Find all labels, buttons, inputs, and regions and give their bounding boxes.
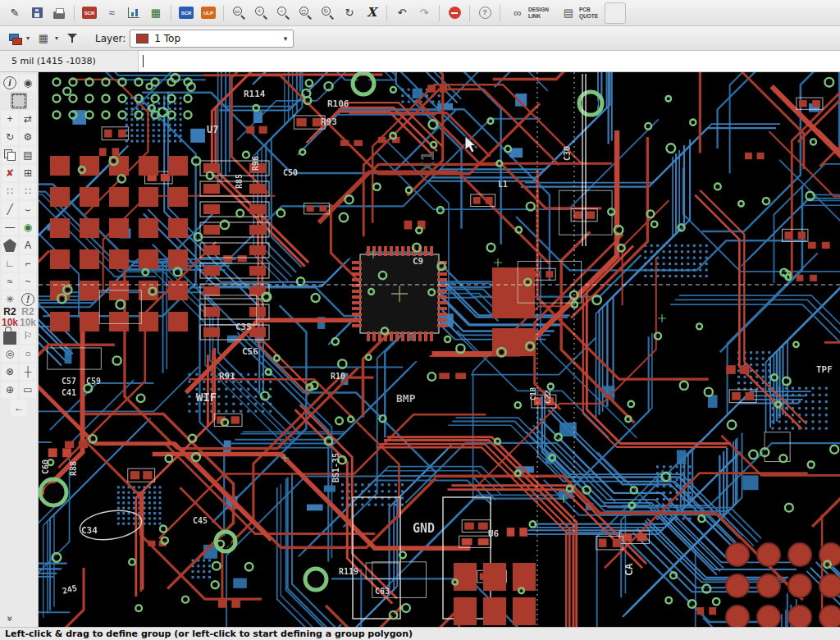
- polygon-tool[interactable]: [2, 237, 18, 254]
- scr-button[interactable]: SCR: [176, 2, 197, 24]
- circle-tool[interactable]: ○: [20, 345, 36, 362]
- simulate-button[interactable]: ≈: [101, 2, 122, 24]
- palette-row: ⊗┼: [2, 363, 36, 380]
- value-tool[interactable]: R210k: [20, 309, 36, 326]
- status-bar: Left-click & drag to define group (or le…: [0, 627, 840, 640]
- layer-select[interactable]: 1 Top ▾: [130, 30, 294, 48]
- zoom-fit-button[interactable]: ▭: [228, 2, 249, 24]
- run-script-button[interactable]: SCR: [79, 2, 100, 24]
- link-icon: ∞: [510, 6, 525, 21]
- palette-row: ▤: [2, 147, 36, 163]
- zoom-redraw-icon-glyph: ↻: [322, 8, 329, 15]
- grid-settings-button[interactable]: ▦: [33, 28, 54, 49]
- print-button[interactable]: [48, 2, 70, 24]
- add-tool[interactable]: ⊞: [20, 165, 36, 181]
- table-button[interactable]: ▦: [145, 2, 167, 24]
- move-tool[interactable]: +: [2, 111, 18, 127]
- mirror-tool[interactable]: ⇄: [20, 111, 36, 127]
- toolbar-separator: [439, 5, 440, 21]
- paste-tool[interactable]: ▤: [20, 147, 36, 163]
- info-icon: i: [3, 76, 16, 89]
- extra-button[interactable]: [605, 2, 626, 24]
- zoom-out-button[interactable]: −: [272, 2, 294, 24]
- via-icon: ◉: [21, 221, 34, 234]
- document-edit-icon: ✎: [7, 6, 22, 21]
- info-tool[interactable]: i: [2, 75, 18, 91]
- meander-tool[interactable]: ~: [20, 273, 36, 290]
- palette-row: [11, 93, 27, 109]
- design-link-button[interactable]: ∞DESIGNLINK: [504, 2, 555, 24]
- label-tool[interactable]: ⚐: [20, 327, 36, 344]
- toolbar-separator: [469, 5, 470, 21]
- cross-icon: ┼: [21, 365, 34, 378]
- rotate-tool[interactable]: ↻: [2, 129, 18, 145]
- redo-button[interactable]: ↷: [413, 2, 435, 24]
- palette-row: ∟⌐: [2, 255, 36, 272]
- signal-icon: ≈: [3, 275, 16, 288]
- via-tool[interactable]: ◉: [20, 219, 36, 235]
- palette-row: ⊕▭: [2, 382, 36, 398]
- signal-tool[interactable]: ≈: [2, 273, 18, 290]
- palette-row: ∷∷: [2, 183, 36, 199]
- chevron-down-icon: ▾: [55, 34, 58, 42]
- mark-tool[interactable]: ┼: [20, 363, 36, 380]
- back-tool[interactable]: ←: [11, 400, 27, 416]
- palette-row: ≈~: [2, 273, 36, 290]
- wire-tool[interactable]: ╱: [2, 201, 18, 217]
- stop-icon: [449, 7, 461, 19]
- wrench-icon: ⚙: [21, 130, 34, 144]
- split-tool[interactable]: ⌐: [20, 255, 36, 272]
- open-button[interactable]: ✎: [4, 2, 25, 24]
- errors-tool[interactable]: !: [20, 291, 36, 308]
- optimize-tool[interactable]: ⊕: [2, 382, 18, 398]
- filter-button[interactable]: [62, 28, 83, 49]
- ratsnest-tool[interactable]: ✳: [2, 291, 18, 308]
- line-tool[interactable]: —: [2, 219, 18, 235]
- show-tool[interactable]: ◉: [20, 75, 36, 91]
- zoom-redraw-button[interactable]: ↻: [317, 2, 338, 24]
- lock-tool[interactable]: [2, 327, 18, 344]
- zoom-in-button[interactable]: +: [250, 2, 272, 24]
- miter-icon: ∟: [3, 257, 16, 270]
- layer-label: Layer:: [95, 33, 126, 44]
- help-button[interactable]: ?: [474, 2, 495, 24]
- delete-icon: ✘: [3, 167, 16, 180]
- name-icon: R210k: [3, 311, 16, 324]
- eye-icon: ◉: [21, 76, 34, 89]
- pcb-canvas[interactable]: [39, 72, 840, 627]
- pcb-quote-button-label: PCBQUOTE: [579, 7, 598, 20]
- delete-tool[interactable]: ✘: [2, 165, 18, 181]
- undo-button[interactable]: ↶: [391, 2, 413, 24]
- chevron-down-icon: ▾: [26, 34, 30, 42]
- stop-button[interactable]: [444, 2, 465, 24]
- script-scr-icon: SCR: [82, 7, 97, 19]
- layer-settings-button[interactable]: [4, 28, 25, 49]
- pcb-quote-button[interactable]: ▤PCBQUOTE: [555, 2, 604, 24]
- ulp-button[interactable]: ULP: [198, 2, 219, 24]
- rect-tool[interactable]: ▭: [20, 382, 36, 398]
- lock-icon: [3, 331, 16, 345]
- command-input[interactable]: [144, 51, 840, 71]
- help-icon: ?: [479, 7, 491, 19]
- quote-icon: ▤: [561, 6, 576, 21]
- hole-tool[interactable]: ◎: [2, 345, 18, 362]
- group-tool[interactable]: [11, 93, 27, 109]
- ximage-button[interactable]: X: [361, 2, 382, 24]
- name-tool[interactable]: R210k: [2, 309, 18, 326]
- text-tool[interactable]: A: [20, 237, 36, 254]
- arc-tool[interactable]: ⌣: [20, 201, 36, 217]
- palette-expand-chevron-icon[interactable]: »: [4, 613, 16, 624]
- miter-tool[interactable]: ∟: [2, 255, 18, 272]
- copy-tool[interactable]: [2, 147, 18, 163]
- chart-button[interactable]: [123, 2, 144, 24]
- refresh-button[interactable]: ↻: [339, 2, 360, 24]
- zoom-select-button[interactable]: ◻: [294, 2, 316, 24]
- change-tool[interactable]: ⚙: [20, 129, 36, 145]
- save-button[interactable]: [26, 2, 48, 24]
- optimize-icon: ⊕: [3, 383, 16, 396]
- line-icon: —: [3, 221, 16, 234]
- ripup-tool[interactable]: ∷: [20, 183, 36, 199]
- drill-tool[interactable]: ⊗: [2, 363, 18, 380]
- target-icon: ⊗: [3, 365, 16, 378]
- route-tool[interactable]: ∷: [2, 183, 18, 199]
